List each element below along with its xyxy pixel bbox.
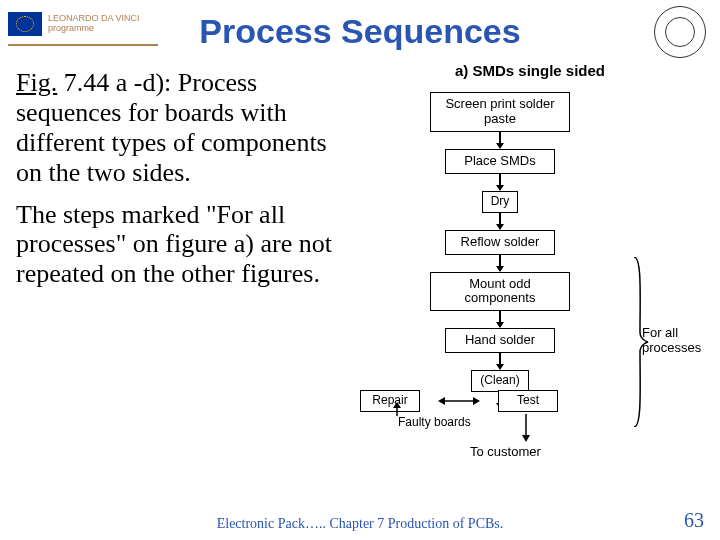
step-hand-solder: Hand solder: [445, 328, 555, 353]
programme-logo: LEONARDO DA VINCI programme: [8, 4, 158, 44]
step-reflow: Reflow solder: [445, 230, 555, 255]
step-screen-print: Screen print solder paste: [430, 92, 570, 132]
paragraph-2: The steps marked "For all processes" on …: [16, 200, 346, 290]
step-clean: (Clean): [471, 370, 528, 392]
arrow-up-icon: [390, 402, 404, 416]
terminal-customer: To customer: [470, 444, 541, 459]
svg-marker-2: [473, 397, 480, 405]
svg-marker-6: [522, 435, 530, 442]
eu-flag-icon: [8, 12, 42, 36]
faulty-boards-label: Faulty boards: [398, 416, 471, 429]
seal-icon: [654, 6, 706, 58]
flowchart: a) SMDs single sided Screen print solder…: [360, 62, 700, 482]
paragraph-1: Fig. 7.44 a -d): Process sequences for b…: [16, 68, 346, 188]
page-number: 63: [684, 509, 704, 532]
seal-inner-icon: [665, 17, 695, 47]
logo-text: LEONARDO DA VINCI programme: [48, 14, 140, 34]
step-mount-odd: Mount odd components: [430, 272, 570, 312]
body-text: Fig. 7.44 a -d): Process sequences for b…: [16, 68, 346, 289]
brace-label: For all processes: [642, 326, 702, 356]
svg-marker-4: [393, 402, 401, 408]
step-dry: Dry: [482, 191, 519, 213]
fig-label: Fig.: [16, 68, 57, 97]
logo-line2: programme: [48, 24, 140, 34]
fig-ref: 7.44 a -d):: [57, 68, 178, 97]
step-test: Test: [498, 390, 558, 412]
flowchart-title: a) SMDs single sided: [360, 62, 700, 79]
flow-column: Screen print solder paste Place SMDs Dry…: [430, 92, 570, 409]
arrow-down-icon: [520, 414, 532, 442]
logo-underline: [8, 44, 158, 46]
step-place-smds: Place SMDs: [445, 149, 555, 174]
faulty-text: Faulty boards: [398, 416, 471, 429]
page-title: Process Sequences: [199, 12, 520, 51]
svg-marker-1: [438, 397, 445, 405]
footer-text: Electronic Pack….. Chapter 7 Production …: [0, 516, 720, 532]
bidir-arrow-icon: [438, 392, 480, 410]
